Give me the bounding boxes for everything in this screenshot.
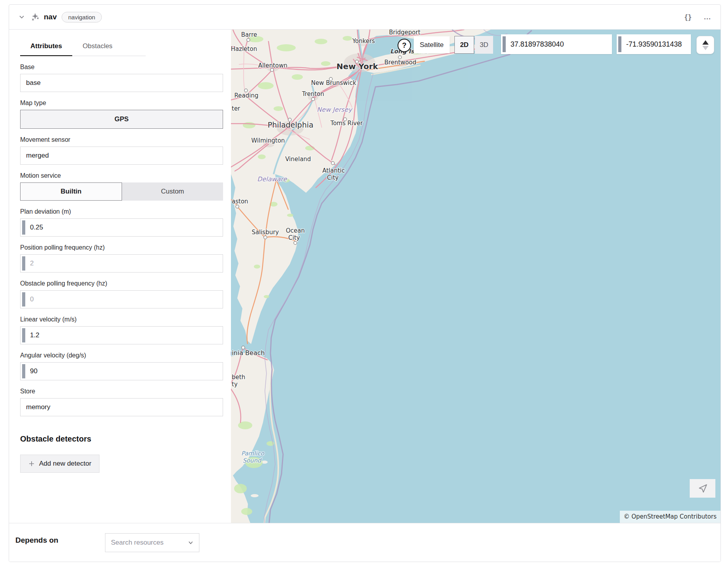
svg-text:City: City — [327, 174, 339, 181]
position-polling-input[interactable] — [20, 254, 223, 273]
svg-text:New Jersey: New Jersey — [317, 106, 353, 113]
recenter-button[interactable] — [690, 479, 715, 498]
svg-text:Allentown: Allentown — [258, 62, 287, 69]
map-2d-button[interactable]: 2D — [454, 36, 474, 54]
svg-text:Delaware: Delaware — [257, 175, 287, 183]
store-input-field[interactable] — [21, 399, 223, 416]
svg-text:aston: aston — [232, 198, 248, 205]
svg-text:ty: ty — [232, 381, 238, 388]
card-header: nav navigation {} ... — [9, 5, 720, 30]
map-panel: BarreHazletonAllentownReadingterYonkersB… — [231, 30, 720, 523]
angular-velocity-label: Angular velocity (deg/s) — [20, 352, 223, 359]
movement-sensor-label: Movement sensor — [20, 136, 223, 143]
svg-text:Vineland: Vineland — [285, 156, 311, 163]
svg-text:Salisbury: Salisbury — [252, 229, 279, 236]
position-polling-input-field[interactable] — [21, 255, 223, 272]
map-help-button[interactable]: ? — [398, 39, 411, 52]
base-input[interactable] — [20, 74, 223, 92]
navigation-service-icon — [30, 12, 40, 22]
number-drag-handle[interactable] — [22, 328, 25, 342]
json-mode-icon[interactable]: {} — [685, 13, 692, 21]
plan-deviation-input[interactable] — [20, 218, 223, 237]
add-detector-label: Add new detector — [39, 460, 91, 468]
map-attribution: © OpenStreetMap Contributors — [620, 511, 720, 523]
coordinate-stepper[interactable] — [696, 36, 714, 54]
motion-service-builtin-option[interactable]: Builtin — [20, 182, 122, 201]
position-polling-label: Position polling frequency (hz) — [20, 244, 223, 251]
svg-text:Yonkers: Yonkers — [352, 38, 375, 45]
map-type-gps-button[interactable]: GPS — [20, 110, 223, 129]
store-label: Store — [20, 388, 223, 395]
svg-text:City: City — [288, 234, 300, 241]
chevron-down-icon — [188, 540, 193, 545]
motion-service-toggle: Builtin Custom — [20, 182, 223, 201]
obstacle-polling-label: Obstacle polling frequency (hz) — [20, 280, 223, 287]
svg-text:Atlantic: Atlantic — [322, 167, 345, 174]
obstacle-polling-input-field[interactable] — [21, 291, 223, 308]
motion-service-custom-option[interactable]: Custom — [122, 182, 223, 201]
linear-velocity-input[interactable] — [20, 326, 223, 344]
help-question-icon: ? — [402, 41, 407, 50]
svg-text:New Brunswick: New Brunswick — [311, 79, 356, 86]
svg-text:Brentwood: Brentwood — [385, 59, 417, 66]
svg-text:Sound: Sound — [242, 457, 262, 464]
obstacle-detectors-heading: Obstacle detectors — [20, 434, 223, 444]
depends-on-heading: Depends on — [15, 536, 58, 545]
resource-type-badge: navigation — [62, 12, 102, 23]
map-canvas[interactable]: BarreHazletonAllentownReadingterYonkersB… — [231, 30, 720, 523]
svg-text:ter: ter — [232, 105, 240, 112]
movement-sensor-input-field[interactable] — [21, 147, 223, 164]
number-drag-handle[interactable] — [22, 364, 25, 378]
svg-text:New York: New York — [336, 62, 378, 71]
depends-on-section: Depends on Search resources — [9, 523, 720, 562]
svg-text:ginia Beach: ginia Beach — [231, 349, 265, 357]
angular-velocity-input-field[interactable] — [21, 363, 223, 380]
longitude-input[interactable] — [617, 34, 691, 54]
store-input[interactable] — [20, 398, 223, 416]
svg-text:Wilmington: Wilmington — [251, 137, 285, 144]
resource-card: nav navigation {} ... Attributes Obstacl… — [9, 4, 721, 562]
tab-attributes[interactable]: Attributes — [20, 42, 72, 56]
plan-deviation-input-field[interactable] — [21, 219, 223, 236]
base-input-field[interactable] — [21, 74, 223, 92]
svg-text:Philadelphia: Philadelphia — [268, 120, 313, 129]
svg-text:Trenton: Trenton — [302, 90, 324, 98]
svg-text:Ocean: Ocean — [286, 227, 305, 234]
linear-velocity-input-field[interactable] — [21, 327, 223, 344]
add-detector-button[interactable]: Add new detector — [20, 455, 99, 473]
stepper-up-icon[interactable] — [702, 40, 709, 45]
depends-on-select[interactable]: Search resources — [105, 533, 199, 552]
svg-text:Barre: Barre — [241, 31, 257, 38]
motion-service-label: Motion service — [20, 172, 223, 179]
longitude-input-field[interactable] — [617, 34, 691, 54]
svg-text:Bridgeport: Bridgeport — [389, 30, 420, 36]
latitude-input-field[interactable] — [501, 34, 612, 54]
linear-velocity-label: Linear velocity (m/s) — [20, 316, 223, 323]
number-drag-handle[interactable] — [618, 36, 621, 52]
svg-text:Pamlico: Pamlico — [241, 450, 265, 457]
card-body: Attributes Obstacles Base Map type GPS M… — [9, 30, 720, 523]
latitude-input[interactable] — [501, 34, 612, 54]
number-drag-handle[interactable] — [22, 256, 25, 271]
navigation-arrow-icon — [698, 483, 708, 494]
map-3d-button[interactable]: 3D — [475, 36, 493, 54]
depends-on-placeholder: Search resources — [111, 539, 163, 547]
plus-icon — [28, 461, 35, 467]
stepper-down-icon[interactable] — [702, 46, 709, 50]
tab-obstacles[interactable]: Obstacles — [72, 42, 123, 56]
collapse-chevron-icon[interactable] — [19, 14, 25, 20]
resource-title: nav — [44, 13, 57, 21]
config-panel: Attributes Obstacles Base Map type GPS M… — [9, 30, 231, 523]
number-drag-handle[interactable] — [22, 292, 25, 306]
angular-velocity-input[interactable] — [20, 362, 223, 380]
svg-text:Hazleton: Hazleton — [231, 45, 257, 53]
movement-sensor-input[interactable] — [20, 147, 223, 165]
obstacle-polling-input[interactable] — [20, 290, 223, 308]
svg-text:Toms River: Toms River — [330, 120, 363, 127]
svg-text:beth: beth — [232, 374, 245, 381]
number-drag-handle[interactable] — [503, 36, 506, 52]
more-menu-icon[interactable]: ... — [704, 13, 711, 21]
satellite-toggle-button[interactable]: Satellite — [414, 36, 450, 53]
number-drag-handle[interactable] — [22, 220, 25, 235]
map-type-label: Map type — [20, 100, 223, 107]
